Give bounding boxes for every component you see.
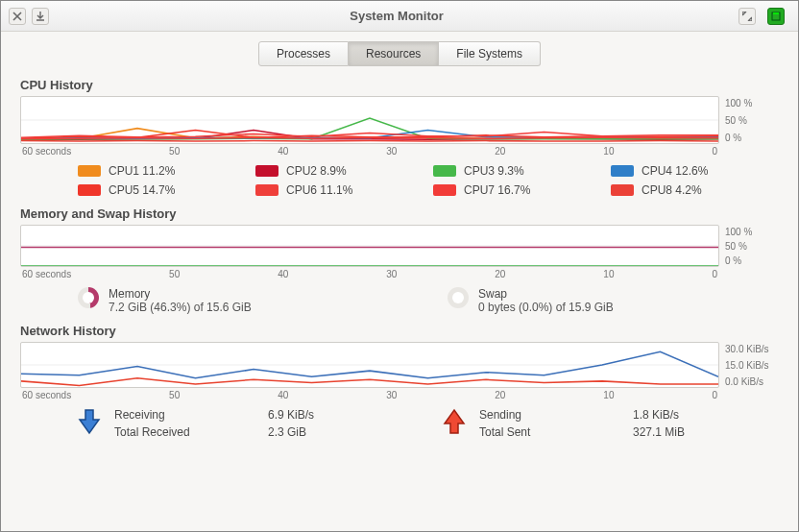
power-button[interactable] bbox=[767, 8, 785, 25]
receiving-info: Receiving 6.9 KiB/s Total Received 2.3 G… bbox=[78, 408, 414, 439]
swap-value: 0 bytes (0.0%) of 15.9 GiB bbox=[478, 301, 614, 314]
xaxis-label: 50 bbox=[169, 146, 180, 157]
mem-chart-wrap: 100 % 50 % 0 % bbox=[20, 225, 779, 267]
xaxis-label: 30 bbox=[386, 269, 397, 279]
memory-pie-icon bbox=[78, 287, 99, 308]
window-title: System Monitor bbox=[55, 9, 738, 23]
cpu-legend-item[interactable]: CPU4 12.6% bbox=[611, 164, 779, 178]
xaxis-label: 50 bbox=[169, 269, 180, 279]
yaxis-label: 30.0 KiB/s bbox=[725, 344, 779, 354]
section-title-network: Network History bbox=[20, 324, 779, 338]
swap-label: Swap bbox=[478, 287, 614, 301]
mem-chart[interactable] bbox=[20, 225, 719, 267]
yaxis-label: 100 % bbox=[725, 98, 779, 109]
sending-rate: 1.8 KiB/s bbox=[633, 408, 729, 422]
network-info-row: Receiving 6.9 KiB/s Total Received 2.3 G… bbox=[20, 400, 779, 439]
cpu-legend-item[interactable]: CPU8 4.2% bbox=[611, 183, 779, 197]
window: System Monitor Processes Resources File … bbox=[0, 0, 799, 532]
xaxis-label: 10 bbox=[603, 269, 614, 279]
total-sent-value: 327.1 MiB bbox=[633, 425, 729, 439]
cpu-legend-item[interactable]: CPU5 14.7% bbox=[78, 183, 246, 197]
color-swatch bbox=[255, 165, 278, 177]
total-received-value: 2.3 GiB bbox=[268, 425, 364, 439]
cpu-legend-label: CPU2 8.9% bbox=[286, 164, 347, 178]
yaxis-label: 0 % bbox=[725, 255, 779, 266]
cpu-legend-label: CPU4 12.6% bbox=[642, 164, 708, 178]
cpu-legend-label: CPU1 11.2% bbox=[109, 164, 175, 178]
mem-yaxis: 100 % 50 % 0 % bbox=[719, 225, 779, 267]
cpu-chart[interactable] bbox=[20, 96, 719, 144]
cpu-legend: CPU1 11.2%CPU2 8.9%CPU3 9.3%CPU4 12.6%CP… bbox=[20, 157, 779, 203]
maximize-button[interactable] bbox=[738, 8, 756, 25]
color-swatch bbox=[78, 184, 101, 196]
color-swatch bbox=[433, 184, 456, 196]
net-xaxis: 60 seconds 50 40 30 20 10 0 bbox=[20, 388, 719, 400]
cpu-legend-label: CPU6 11.1% bbox=[286, 183, 352, 197]
yaxis-label: 0.0 KiB/s bbox=[725, 376, 779, 387]
swap-pie-icon bbox=[448, 287, 469, 308]
cpu-legend-label: CPU7 16.7% bbox=[464, 183, 530, 197]
total-received-label: Total Received bbox=[114, 425, 249, 439]
cpu-yaxis: 100 % 50 % 0 % bbox=[719, 96, 779, 144]
net-chart[interactable] bbox=[20, 342, 719, 388]
tab-resources[interactable]: Resources bbox=[349, 41, 439, 66]
cpu-xaxis: 60 seconds 50 40 30 20 10 0 bbox=[20, 144, 719, 157]
cpu-legend-label: CPU3 9.3% bbox=[464, 164, 524, 178]
xaxis-label: 0 bbox=[712, 269, 717, 279]
titlebar: System Monitor bbox=[1, 1, 798, 32]
close-button[interactable] bbox=[9, 8, 26, 25]
memory-info: Memory 7.2 GiB (46.3%) of 15.6 GiB bbox=[78, 287, 409, 314]
net-yaxis: 30.0 KiB/s 15.0 KiB/s 0.0 KiB/s bbox=[719, 342, 779, 388]
xaxis-label: 10 bbox=[603, 390, 614, 400]
net-chart-wrap: 30.0 KiB/s 15.0 KiB/s 0.0 KiB/s bbox=[20, 342, 779, 388]
total-sent-label: Total Sent bbox=[479, 425, 614, 439]
xaxis-label: 0 bbox=[712, 146, 717, 157]
cpu-legend-item[interactable]: CPU1 11.2% bbox=[78, 164, 246, 178]
yaxis-label: 0 % bbox=[725, 133, 779, 143]
tab-processes[interactable]: Processes bbox=[258, 41, 349, 66]
memory-info-row: Memory 7.2 GiB (46.3%) of 15.6 GiB Swap … bbox=[20, 279, 779, 320]
yaxis-label: 100 % bbox=[725, 227, 779, 237]
yaxis-label: 50 % bbox=[725, 115, 779, 126]
cpu-legend-label: CPU5 14.7% bbox=[109, 183, 175, 197]
swap-info: Swap 0 bytes (0.0%) of 15.9 GiB bbox=[448, 287, 779, 314]
sending-label: Sending bbox=[479, 408, 614, 422]
xaxis-label: 60 seconds bbox=[22, 390, 71, 400]
memory-value: 7.2 GiB (46.3%) of 15.6 GiB bbox=[109, 301, 252, 314]
mem-xaxis: 60 seconds 50 40 30 20 10 0 bbox=[20, 267, 719, 279]
receiving-label: Receiving bbox=[114, 408, 249, 422]
section-title-memory: Memory and Swap History bbox=[20, 206, 779, 221]
color-swatch bbox=[611, 184, 634, 196]
cpu-legend-item[interactable]: CPU2 8.9% bbox=[255, 164, 424, 178]
tab-filesystems[interactable]: File Systems bbox=[439, 41, 541, 66]
color-swatch bbox=[255, 184, 278, 196]
close-icon bbox=[12, 12, 22, 21]
download-button[interactable] bbox=[32, 8, 49, 25]
maximize-icon bbox=[742, 12, 752, 21]
section-title-cpu: CPU History bbox=[20, 78, 779, 92]
yaxis-label: 50 % bbox=[725, 241, 779, 252]
upload-arrow-icon bbox=[443, 408, 466, 435]
xaxis-label: 0 bbox=[712, 390, 717, 400]
xaxis-label: 10 bbox=[603, 146, 614, 157]
yaxis-label: 15.0 KiB/s bbox=[725, 360, 779, 371]
xaxis-label: 30 bbox=[386, 146, 397, 157]
cpu-legend-item[interactable]: CPU3 9.3% bbox=[433, 164, 601, 178]
xaxis-label: 60 seconds bbox=[22, 146, 71, 157]
xaxis-label: 20 bbox=[495, 390, 505, 400]
memory-label: Memory bbox=[109, 287, 252, 301]
cpu-legend-label: CPU8 4.2% bbox=[642, 183, 702, 197]
xaxis-label: 40 bbox=[278, 146, 288, 157]
xaxis-label: 30 bbox=[386, 390, 397, 400]
color-swatch bbox=[78, 165, 101, 177]
cpu-legend-item[interactable]: CPU6 11.1% bbox=[255, 183, 424, 197]
color-swatch bbox=[433, 165, 456, 177]
receiving-rate: 6.9 KiB/s bbox=[268, 408, 364, 422]
xaxis-label: 40 bbox=[278, 269, 288, 279]
download-arrow-icon bbox=[78, 408, 101, 435]
xaxis-label: 40 bbox=[278, 390, 288, 400]
tab-bar: Processes Resources File Systems bbox=[1, 32, 798, 74]
color-swatch bbox=[611, 165, 634, 177]
cpu-legend-item[interactable]: CPU7 16.7% bbox=[433, 183, 601, 197]
cpu-chart-wrap: 100 % 50 % 0 % bbox=[20, 96, 779, 144]
